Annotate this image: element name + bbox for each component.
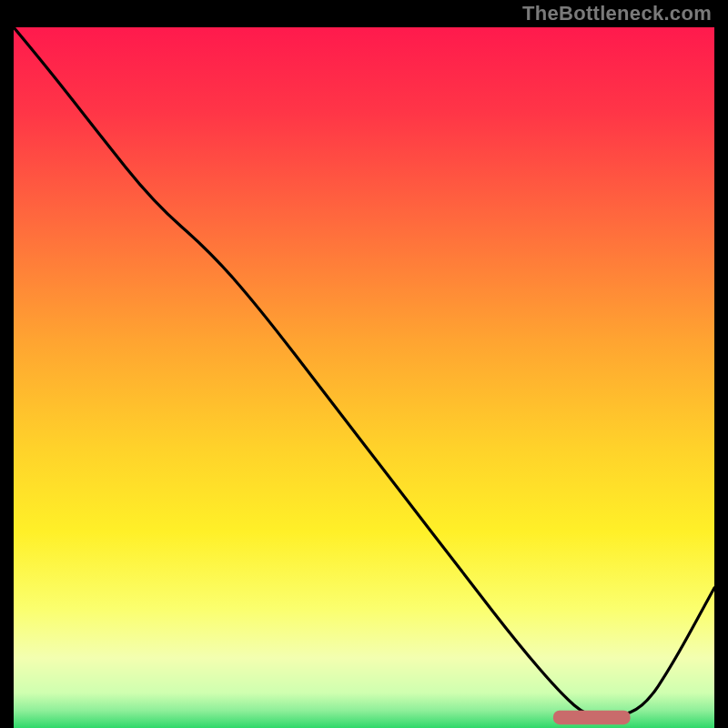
optimal-range-marker [553, 711, 631, 724]
chart-background [14, 27, 714, 728]
bottleneck-chart [14, 27, 714, 728]
chart-container [14, 27, 714, 728]
attribution-text: TheBottleneck.com [522, 2, 712, 25]
